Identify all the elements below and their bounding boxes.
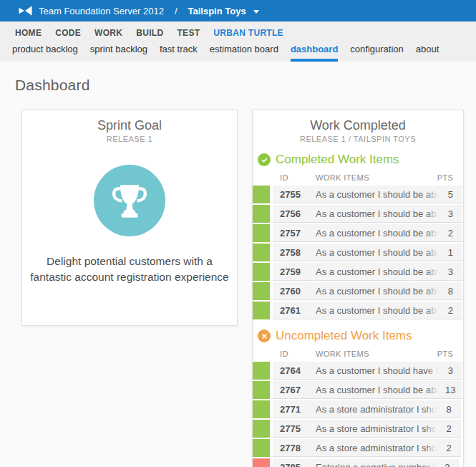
nav-item-test[interactable]: TEST [177, 28, 200, 38]
project-selector[interactable]: Tailspin Toys [188, 6, 260, 16]
column-id: ID [280, 173, 316, 182]
subnav-dashboard[interactable]: dashboard [291, 44, 338, 62]
chevron-down-icon [253, 10, 259, 14]
work-item-points: 2 [437, 443, 461, 453]
work-item-title: As a customer I should be abl [316, 385, 438, 395]
work-item-id: 2775 [280, 423, 316, 434]
check-circle-icon [258, 153, 271, 166]
status-color-block [253, 381, 270, 399]
work-item-title: As a store administrator I sho [316, 443, 437, 453]
subnav-estimation-board[interactable]: estimation board [210, 44, 278, 62]
work-item-title: As a store administrator I sho [316, 404, 437, 415]
work-item-points: 2 [438, 228, 462, 239]
status-color-block [253, 362, 270, 380]
work-item-id: 2764 [280, 365, 316, 376]
nav-item-code[interactable]: CODE [55, 28, 81, 38]
work-item-title: As a customer I should be abl [316, 247, 438, 258]
table-row[interactable]: 2767As a customer I should be abl13 [253, 381, 463, 399]
top-bar: Team Foundation Server 2012 / Tailspin T… [0, 0, 476, 21]
sprint-goal-card: Sprint Goal RELEASE 1 Delight potential … [21, 110, 238, 326]
column-items: WORK ITEMS [316, 350, 433, 358]
work-item-points: 5 [438, 189, 462, 200]
table-row[interactable]: 2758As a customer I should be abl1 [253, 244, 463, 261]
work-item-id: 2778 [280, 443, 316, 453]
work-completed-card: Work Completed RELEASE 1 / TAILSPIN TOYS… [252, 110, 464, 467]
table-row[interactable]: 2759As a customer I should be abl3 [253, 263, 463, 281]
work-item-points: 2 [437, 423, 461, 434]
secondary-nav: product backlog sprint backlog fast trac… [0, 44, 476, 62]
completed-section: Completed Work Items ID WORK ITEMS PTS 2… [253, 153, 463, 319]
status-color-block [253, 282, 270, 300]
table-row[interactable]: 2771As a store administrator I sho8 [253, 400, 463, 418]
subnav-fast-track[interactable]: fast track [160, 44, 198, 62]
work-item-points: 2 [438, 305, 462, 316]
completed-section-header: Completed Work Items [258, 153, 463, 167]
work-item-id: 2760 [280, 286, 316, 297]
visual-studio-logo-icon [19, 6, 32, 16]
status-color-block [253, 224, 270, 242]
work-completed-header: Work Completed RELEASE 1 / TAILSPIN TOYS [253, 110, 463, 143]
uncompleted-section-header: Uncompleted Work Items [258, 329, 463, 343]
column-items: WORK ITEMS [316, 173, 433, 182]
table-row[interactable]: 2764As a customer I should have t3 [253, 362, 463, 380]
work-completed-title: Work Completed [253, 118, 463, 133]
status-color-block [253, 186, 270, 203]
uncompleted-section-title: Uncompleted Work Items [276, 329, 412, 343]
table-row[interactable]: 2761As a customer I should be abl2 [253, 302, 463, 319]
subnav-configuration[interactable]: configuration [350, 44, 403, 62]
column-pts: PTS [433, 350, 457, 358]
nav-item-home[interactable]: HOME [15, 28, 42, 38]
sprint-goal-subtitle: RELEASE 1 [22, 135, 237, 143]
completed-section-title: Completed Work Items [276, 153, 399, 167]
column-pts: PTS [433, 173, 457, 182]
sprint-goal-header: Sprint Goal RELEASE 1 [22, 110, 237, 143]
completed-table-header: ID WORK ITEMS PTS [253, 173, 457, 182]
nav-item-urban-turtle[interactable]: URBAN TURTLE [213, 28, 283, 38]
page-title: Dashboard [15, 77, 476, 94]
table-row[interactable]: 2755As a customer I should be abl5 [253, 186, 463, 203]
table-row[interactable]: 2775As a store administrator I sho2 [253, 420, 463, 438]
dashboard-widgets: Sprint Goal RELEASE 1 Delight potential … [21, 110, 464, 467]
sprint-goal-title: Sprint Goal [22, 118, 237, 133]
sprint-goal-text: Delight potential customers with a fanta… [29, 254, 230, 286]
work-item-title: As a customer I should have t [316, 365, 438, 376]
work-item-points: 3 [438, 266, 462, 277]
work-item-points: 8 [437, 404, 461, 415]
uncompleted-table-header: ID WORK ITEMS PTS [253, 350, 457, 358]
column-id: ID [280, 350, 316, 358]
trophy-icon [110, 180, 150, 221]
work-item-points: 3 [438, 365, 462, 376]
status-color-block [253, 263, 270, 281]
status-color-block [253, 244, 270, 261]
work-item-id: 2761 [280, 305, 316, 316]
status-color-block [253, 420, 270, 438]
work-item-points: 1 [438, 247, 462, 258]
work-item-id: 2759 [280, 266, 316, 277]
table-row[interactable]: 2778As a store administrator I sho2 [253, 439, 463, 457]
work-item-id: 2771 [280, 404, 316, 415]
table-row[interactable]: 2756As a customer I should be abl3 [253, 205, 463, 223]
table-row[interactable]: 2757As a customer I should be abl2 [253, 224, 463, 242]
work-item-title: As a customer I should be abl [316, 228, 438, 239]
status-color-block [253, 400, 270, 418]
breadcrumb-separator: / [175, 6, 178, 16]
status-color-block [253, 302, 270, 319]
work-item-points: 8 [438, 286, 462, 297]
table-row[interactable]: 2760As a customer I should be abl8 [253, 282, 463, 300]
work-item-id: 2756 [280, 208, 316, 219]
work-item-points: 3 [435, 462, 460, 467]
subnav-product-backlog[interactable]: product backlog [12, 44, 78, 62]
trophy-badge [94, 165, 165, 236]
work-item-title: As a customer I should be abl [316, 266, 438, 277]
work-item-title: As a customer I should be abl [316, 189, 438, 200]
table-row[interactable]: 2785Entering a negative number f3 [253, 458, 463, 467]
subnav-sprint-backlog[interactable]: sprint backlog [90, 44, 147, 62]
nav-item-build[interactable]: BUILD [136, 28, 163, 38]
server-title: Team Foundation Server 2012 [39, 6, 164, 16]
work-item-id: 2758 [280, 247, 316, 258]
nav-item-work[interactable]: WORK [94, 28, 122, 38]
status-color-block [253, 458, 270, 467]
subnav-about[interactable]: about [416, 44, 439, 62]
project-name: Tailspin Toys [188, 6, 246, 16]
work-item-id: 2757 [280, 228, 316, 239]
